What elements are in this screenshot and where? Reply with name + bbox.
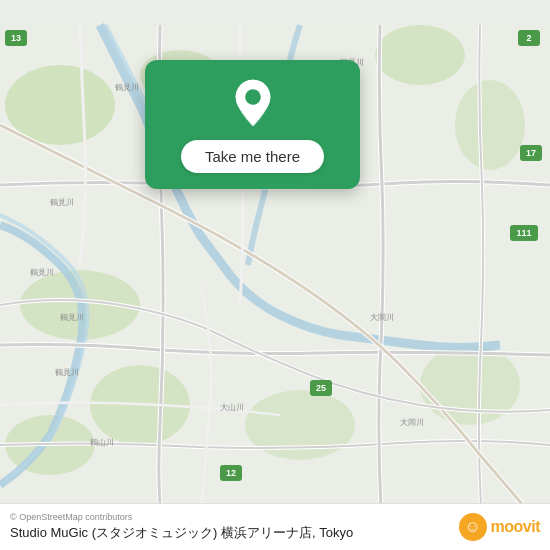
svg-text:13: 13: [11, 33, 21, 43]
svg-text:大山川: 大山川: [220, 403, 244, 412]
svg-text:大岡川: 大岡川: [370, 313, 394, 322]
location-pin-icon: [227, 78, 279, 130]
svg-text:12: 12: [226, 468, 236, 478]
copyright-text: © OpenStreetMap contributors: [10, 512, 353, 522]
map-container: 13 17 2 111 25 12 鶴見川 鶴見川 鶴見川 恩田川 鶴見川 鶴見…: [0, 0, 550, 550]
svg-text:鶴見川: 鶴見川: [60, 313, 84, 322]
take-me-button[interactable]: Take me there: [181, 140, 324, 173]
take-me-card: Take me there: [145, 60, 360, 189]
svg-text:25: 25: [316, 383, 326, 393]
svg-text:鶴山川: 鶴山川: [90, 438, 114, 447]
svg-point-3: [375, 25, 465, 85]
svg-text:111: 111: [516, 228, 531, 238]
svg-text:17: 17: [526, 148, 536, 158]
location-info: © OpenStreetMap contributors Studio MuGi…: [10, 512, 353, 542]
moovit-logo: ☺ moovit: [459, 513, 540, 541]
svg-text:2: 2: [526, 33, 531, 43]
location-name: Studio MuGic (スタジオミュジック) 横浜アリーナ店, Tokyo: [10, 524, 353, 542]
svg-text:鶴見川: 鶴見川: [55, 368, 79, 377]
moovit-brand-text: moovit: [491, 518, 540, 536]
svg-text:鶴見川: 鶴見川: [30, 268, 54, 277]
svg-text:鶴見川: 鶴見川: [50, 198, 74, 207]
svg-text:大岡川: 大岡川: [400, 418, 424, 427]
svg-point-4: [455, 80, 525, 170]
moovit-smiley-icon: ☺: [459, 513, 487, 541]
bottom-bar: © OpenStreetMap contributors Studio MuGi…: [0, 503, 550, 550]
svg-text:鶴見川: 鶴見川: [115, 83, 139, 92]
svg-point-34: [245, 89, 261, 105]
